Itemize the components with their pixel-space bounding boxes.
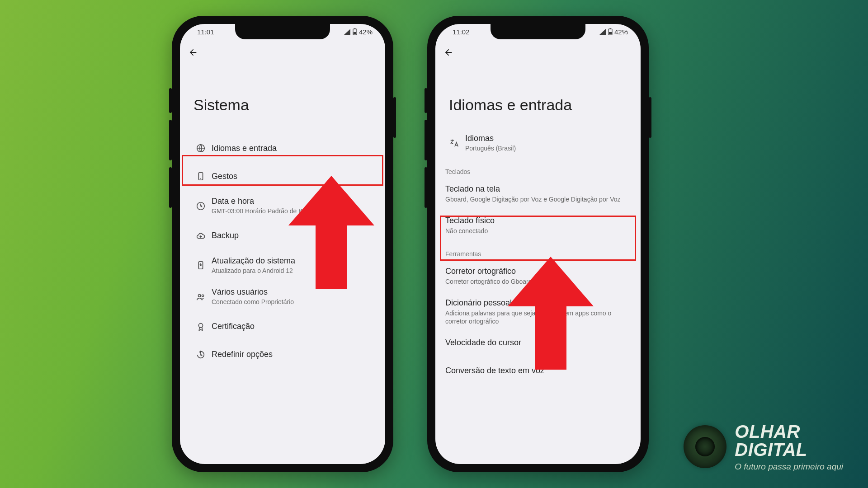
page-title: Sistema (180, 65, 385, 134)
item-label: Corretor ortográfico (445, 267, 631, 276)
item-sub: Adiciona palavras para que sejam usadas … (445, 309, 631, 325)
arrow-left-icon (188, 47, 198, 57)
svg-rect-1 (354, 28, 355, 29)
section-teclados: Teclados (435, 159, 641, 178)
item-sub: Gboard, Google Digitação por Voz e Googl… (445, 195, 631, 203)
item-label: Vários usuários (212, 287, 377, 297)
update-icon (190, 260, 212, 270)
cloud-icon (190, 231, 212, 241)
page-title: Idiomas e entrada (435, 65, 641, 127)
status-time: 11:02 (453, 28, 470, 36)
clock-icon (190, 201, 212, 211)
item-varios-usuarios[interactable]: Vários usuários Conectado como Proprietá… (180, 281, 385, 313)
item-redefinir[interactable]: Redefinir opções (180, 341, 385, 369)
phone-left: 11:01 42% Sistema Idiomas e entrada (172, 16, 393, 472)
screen-right: 11:02 42% Idiomas e entrada Idiomas Port… (435, 24, 641, 464)
arrow-left-icon (443, 47, 453, 57)
restore-icon (190, 350, 212, 360)
item-sub: Não conectado (445, 227, 631, 235)
item-sub: Conectado como Proprietário (212, 298, 377, 306)
item-label: Idiomas (465, 134, 632, 143)
item-label: Certificação (212, 322, 377, 331)
battery-icon (353, 28, 357, 35)
item-label: Backup (212, 231, 377, 240)
item-velocidade-cursor[interactable]: Velocidade do cursor (435, 332, 641, 360)
item-label: Dicionário pessoal (445, 298, 631, 308)
svg-rect-13 (609, 32, 612, 34)
item-sub: Português (Brasil) (465, 145, 632, 153)
item-sub: Corretor ortográfico do Gboard (445, 277, 631, 286)
brand-logo-icon (684, 425, 726, 468)
svg-point-9 (202, 295, 203, 296)
signal-icon (344, 28, 351, 35)
battery-icon (608, 28, 613, 35)
item-gestos[interactable]: Gestos (180, 162, 385, 190)
back-button[interactable] (443, 47, 453, 60)
notch (235, 24, 330, 39)
item-backup[interactable]: Backup (180, 222, 385, 250)
item-label: Conversão de texto em voz (445, 366, 631, 375)
item-label: Gestos (212, 172, 377, 181)
status-time: 11:01 (197, 28, 214, 36)
background: { "colors": { "highlight": "#e52220", "a… (0, 0, 868, 488)
item-data-e-hora[interactable]: Data e hora GMT-03:00 Horário Padrão de … (180, 190, 385, 222)
back-button[interactable] (188, 47, 198, 60)
item-label: Velocidade do cursor (445, 338, 631, 347)
notch (491, 24, 585, 39)
signal-icon (599, 28, 606, 35)
item-label: Teclado na tela (445, 184, 631, 194)
section-ferramentas: Ferramentas (435, 241, 641, 260)
translate-icon (443, 138, 465, 148)
item-teclado-fisico[interactable]: Teclado físico Não conectado (435, 210, 641, 241)
phone-right: 11:02 42% Idiomas e entrada Idiomas Port… (427, 16, 649, 472)
brand-tagline: O futuro passa primeiro aqui (735, 462, 843, 471)
item-idiomas-e-entrada[interactable]: Idiomas e entrada (180, 134, 385, 162)
award-icon (190, 322, 212, 332)
item-label: Redefinir opções (212, 350, 377, 359)
item-idiomas[interactable]: Idiomas Português (Brasil) (435, 127, 641, 159)
gesture-icon (190, 171, 212, 181)
item-sub: Atualizado para o Android 12 (212, 267, 377, 275)
item-teclado-na-tela[interactable]: Teclado na tela Gboard, Google Digitação… (435, 178, 641, 210)
brand-watermark: OLHAR DIGITAL O futuro passa primeiro aq… (684, 422, 843, 471)
globe-icon (190, 143, 212, 153)
screen-left: 11:01 42% Sistema Idiomas e entrada (180, 24, 385, 464)
item-dicionario[interactable]: Dicionário pessoal Adiciona palavras par… (435, 292, 641, 332)
item-label: Teclado físico (445, 216, 631, 225)
item-sub: GMT-03:00 Horário Padrão de Br... (212, 207, 377, 216)
status-battery: 42% (614, 28, 628, 36)
settings-list: Idiomas e entrada Gestos Data e hora GMT… (180, 134, 385, 369)
svg-point-5 (200, 178, 201, 179)
svg-rect-12 (609, 28, 611, 29)
item-label: Data e hora (212, 197, 377, 206)
users-icon (190, 292, 212, 302)
item-label: Idiomas e entrada (212, 144, 377, 153)
svg-point-10 (198, 323, 203, 327)
item-atualizacao[interactable]: Atualização do sistema Atualizado para o… (180, 250, 385, 282)
brand-line1: OLHAR (735, 422, 843, 441)
svg-rect-2 (354, 32, 356, 34)
svg-point-8 (198, 294, 201, 297)
item-label: Atualização do sistema (212, 256, 377, 266)
item-corretor[interactable]: Corretor ortográfico Corretor ortográfic… (435, 260, 641, 292)
item-tts[interactable]: Conversão de texto em voz (435, 360, 641, 388)
brand-line2: DIGITAL (735, 441, 843, 459)
status-battery: 42% (359, 28, 373, 36)
item-certificacao[interactable]: Certificação (180, 313, 385, 341)
